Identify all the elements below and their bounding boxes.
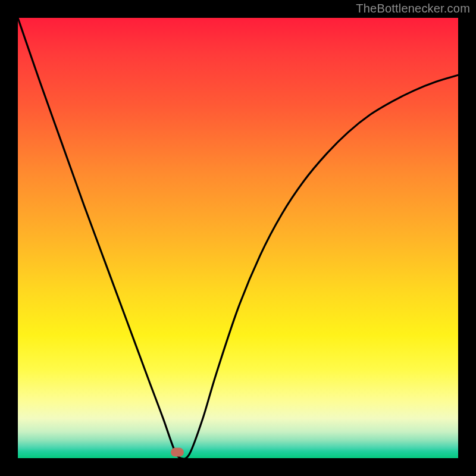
chart-frame: TheBottlenecker.com	[0, 0, 476, 476]
bottleneck-curve	[18, 18, 458, 458]
plot-area	[18, 18, 458, 458]
curve-svg	[18, 18, 458, 458]
watermark-text: TheBottlenecker.com	[356, 2, 470, 15]
optimal-point-marker	[171, 447, 184, 456]
